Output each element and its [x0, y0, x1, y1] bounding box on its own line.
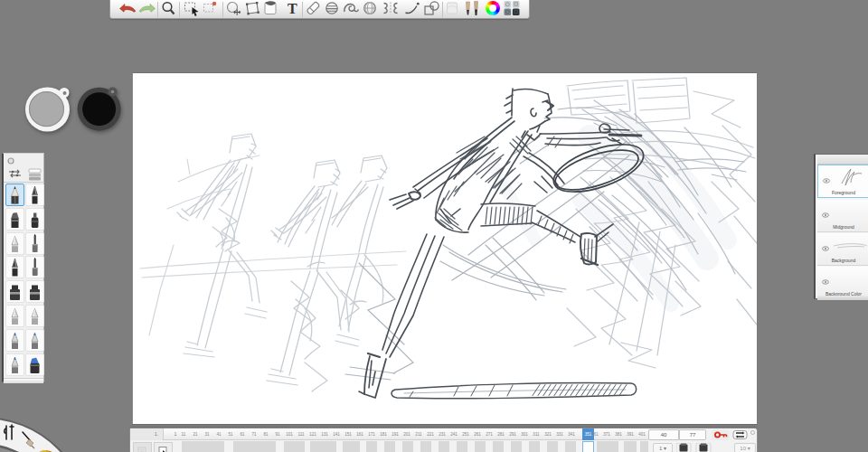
svg-text:91: 91: [275, 432, 280, 437]
svg-text:121: 121: [309, 432, 316, 437]
svg-text:181: 181: [380, 432, 387, 437]
svg-text:31: 31: [204, 432, 210, 437]
svg-text:1: 1: [175, 432, 177, 437]
svg-text:331: 331: [556, 432, 563, 437]
svg-text:151: 151: [344, 432, 352, 437]
svg-text:191: 191: [392, 432, 399, 437]
svg-text:381: 381: [615, 432, 622, 437]
svg-text:171: 171: [368, 432, 375, 437]
svg-text:311: 311: [533, 432, 540, 437]
svg-text:301: 301: [521, 432, 528, 437]
svg-text:341: 341: [568, 432, 575, 437]
svg-text:271: 271: [486, 432, 493, 437]
svg-text:231: 231: [439, 432, 446, 437]
svg-text:221: 221: [427, 432, 434, 437]
svg-text:261: 261: [474, 432, 481, 437]
svg-text:21: 21: [193, 432, 198, 437]
svg-text:371: 371: [603, 432, 610, 437]
svg-text:201: 201: [403, 432, 410, 437]
svg-text:101: 101: [286, 432, 293, 437]
svg-text:141: 141: [333, 432, 340, 437]
svg-text:281: 281: [497, 432, 505, 437]
svg-text:61: 61: [240, 432, 245, 437]
svg-text:T: T: [288, 1, 297, 16]
svg-text:391: 391: [627, 432, 634, 437]
svg-text:351: 351: [585, 432, 592, 437]
svg-text:51: 51: [228, 432, 233, 437]
svg-text:71: 71: [251, 432, 257, 437]
svg-text:241: 241: [450, 432, 458, 437]
svg-text:111: 111: [298, 432, 305, 437]
svg-text:321: 321: [544, 432, 552, 437]
svg-text:401: 401: [638, 432, 646, 437]
svg-text:211: 211: [415, 432, 422, 437]
svg-text:11: 11: [182, 432, 186, 437]
svg-text:251: 251: [462, 432, 469, 437]
svg-text:41: 41: [216, 432, 222, 437]
svg-text:291: 291: [509, 432, 516, 437]
svg-text:131: 131: [321, 432, 328, 437]
svg-text:161: 161: [356, 432, 363, 437]
svg-text:1.: 1.: [155, 432, 158, 437]
svg-text:81: 81: [263, 432, 269, 437]
